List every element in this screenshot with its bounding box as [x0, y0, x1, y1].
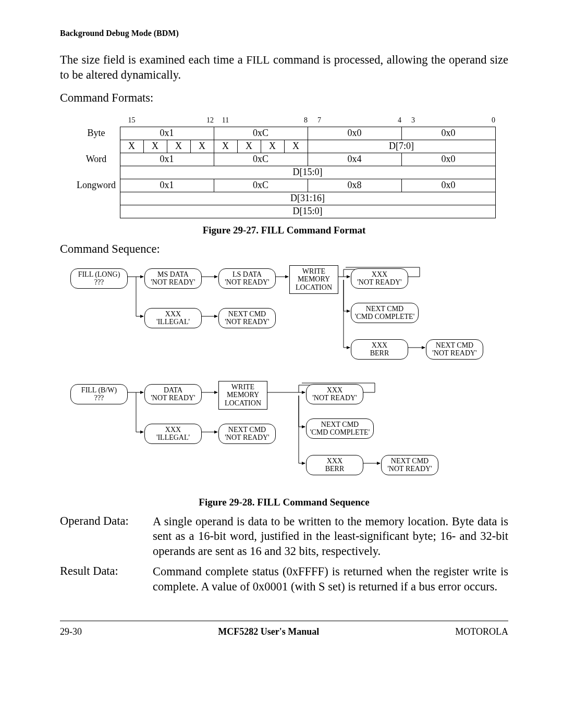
node-line: 'NOT READY' [151, 278, 195, 286]
cell: X [120, 140, 143, 153]
node-line: 'NOT READY' [225, 434, 269, 441]
fig27-number: Figure 29-27. [203, 225, 261, 236]
node-fill-long: FILL (LONG) ??? [70, 268, 128, 289]
page-footer: 29-30 MCF5282 User's Manual MOTOROLA [60, 626, 508, 637]
node-line: NEXT CMD [391, 457, 429, 465]
node-ls-data: LS DATA 'NOT READY' [218, 268, 276, 289]
cell: 0x0 [401, 153, 495, 166]
intro-cmd: FILL [246, 54, 270, 66]
cell: 0x1 [120, 179, 214, 192]
bit-number-row: 15 12 11 8 7 4 3 0 [73, 114, 496, 127]
bitnum-8: 8 [284, 114, 308, 127]
node-line: LS DATA [232, 270, 262, 278]
cell: X [237, 140, 261, 153]
node-nextcmd-notready-2: NEXT CMD 'NOT READY' [426, 339, 483, 360]
node-line: 'CMD COMPLETE' [310, 428, 370, 436]
node-line: MEMORY [298, 275, 330, 283]
node-xxx-berr: XXX BERR [351, 339, 408, 360]
figure-28-caption: Figure 29-28. FILL Command Sequence [60, 497, 508, 508]
cell: 0x0 [401, 179, 495, 192]
node-line: DATA [164, 386, 182, 394]
cell: X [190, 140, 214, 153]
node-nextcmd-complete: NEXT CMD 'CMD COMPLETE' [351, 303, 419, 323]
fill-bw-diagram: FILL (B/W) ??? DATA 'NOT READY' WRITE ME… [60, 381, 508, 490]
node-line: LOCATION [296, 283, 332, 291]
cell: D[7:0] [308, 140, 495, 153]
fill-command-table: 15 12 11 8 7 4 3 0 Byte 0x1 0xC 0x0 0x0 … [73, 114, 496, 218]
node-line: 'NOT READY' [225, 318, 269, 326]
command-sequence-label: Command Sequence: [60, 242, 508, 256]
fig28-number: Figure 29-28. [199, 497, 257, 508]
node-line: 'NOT READY' [312, 394, 357, 402]
node-line: 'ILLEGAL' [156, 318, 190, 326]
node-line: XXX [165, 310, 181, 318]
fig28-suffix: Command Sequence [280, 497, 370, 508]
table-row: Longword 0x1 0xC 0x8 0x0 [73, 179, 496, 192]
node-line: 'NOT READY' [432, 349, 476, 357]
footer-rule [60, 621, 508, 621]
table-row: D[15:0] [73, 205, 496, 218]
fig28-cmd: FILL [257, 497, 280, 508]
bitnum-3: 3 [401, 114, 425, 127]
cell: X [284, 140, 308, 153]
result-data-body: Command complete status (0xFFFF) is retu… [153, 564, 508, 595]
row-label-byte: Byte [73, 127, 120, 140]
node-line: WRITE [302, 267, 325, 275]
node-write-memory-2: WRITE MEMORY LOCATION [218, 381, 267, 410]
node-ms-data: MS DATA 'NOT READY' [144, 268, 202, 289]
result-data-row: Result Data: Command complete status (0x… [60, 564, 508, 595]
cell: D[31:16] [120, 192, 495, 205]
cell: 0xC [214, 179, 308, 192]
node-line: NEXT CMD [436, 341, 473, 349]
node-write-memory: WRITE MEMORY LOCATION [289, 265, 338, 294]
command-formats-label: Command Formats: [60, 91, 508, 105]
node-line: XXX [327, 457, 342, 465]
fig27-cmd: FILL [261, 225, 284, 236]
cell: 0xC [214, 153, 308, 166]
cell: 0x0 [308, 127, 401, 140]
cell: 0xC [214, 127, 308, 140]
bitnum-4: 4 [378, 114, 401, 127]
node-line: LOCATION [225, 399, 261, 407]
node-line: MS DATA [157, 270, 189, 278]
fig27-suffix: Command Format [284, 225, 365, 236]
node-line: XXX [165, 426, 181, 434]
node-line: FILL (B/W) [81, 386, 117, 394]
node-xxx-notready: XXX 'NOT READY' [351, 268, 408, 289]
cell: 0x1 [120, 127, 214, 140]
node-nextcmd-notready: NEXT CMD 'NOT READY' [218, 308, 276, 328]
node-line: 'NOT READY' [387, 465, 432, 473]
intro-paragraph: The size field is examined each time a F… [60, 53, 508, 83]
result-data-label: Result Data: [60, 564, 153, 595]
node-nextcmd-notready-4: NEXT CMD 'NOT READY' [381, 455, 438, 475]
node-line: XXX [327, 386, 342, 394]
bitnum-0: 0 [472, 114, 495, 127]
node-xxx-illegal: XXX 'ILLEGAL' [144, 308, 202, 328]
row-label-longword: Longword [73, 179, 120, 192]
table-row: D[31:16] [73, 192, 496, 205]
node-data: DATA 'NOT READY' [144, 384, 202, 404]
node-line: 'ILLEGAL' [156, 434, 190, 441]
section-header: Background Debug Mode (BDM) [60, 29, 508, 38]
intro-text-1: The size field is examined each time a [60, 53, 246, 66]
node-line: FILL (LONG) [78, 270, 120, 278]
table-row: Byte 0x1 0xC 0x0 0x0 [73, 127, 496, 140]
node-line: ??? [94, 278, 104, 286]
node-line: XXX [372, 270, 387, 278]
operand-data-body: A single operand is data to be written t… [153, 514, 508, 559]
node-fill-bw: FILL (B/W) ??? [70, 384, 128, 404]
node-line: ??? [94, 394, 104, 402]
node-line: BERR [370, 349, 389, 357]
table-row: X X X X X X X X D[7:0] [73, 140, 496, 153]
node-xxx-berr-2: XXX BERR [306, 455, 363, 475]
node-line: NEXT CMD [228, 310, 266, 318]
node-line: MEMORY [227, 391, 259, 399]
operand-data-row: Operand Data: A single operand is data t… [60, 514, 508, 559]
node-line: 'NOT READY' [151, 394, 195, 402]
node-line: 'NOT READY' [357, 278, 401, 286]
node-line: NEXT CMD [366, 305, 403, 313]
node-line: NEXT CMD [228, 426, 266, 434]
cell: 0x8 [308, 179, 401, 192]
bitnum-7: 7 [308, 114, 331, 127]
table-row: D[15:0] [73, 166, 496, 179]
